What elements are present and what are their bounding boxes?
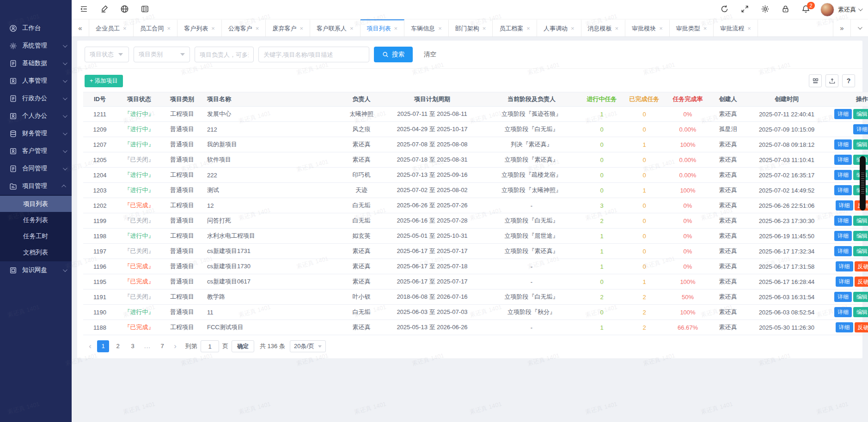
page-button-1[interactable]: 1 — [97, 340, 109, 352]
close-icon[interactable]: × — [350, 25, 354, 31]
close-icon[interactable]: × — [526, 25, 530, 31]
tabs-scroll-left-button[interactable]: « — [72, 19, 89, 36]
close-icon[interactable]: × — [703, 25, 707, 31]
close-icon[interactable]: × — [615, 25, 619, 31]
tab-enterprise-staff[interactable]: 企业员工× — [89, 19, 134, 36]
sidebar-item-basic-data[interactable]: 基础数据 — [0, 54, 72, 72]
project-status-select[interactable]: 项目状态 — [85, 47, 129, 62]
sidebar-item-customer-management[interactable]: 客户管理 — [0, 142, 72, 160]
tab-staff-archive[interactable]: 员工档案× — [493, 19, 537, 36]
edit-button[interactable]: 编辑 — [853, 139, 868, 150]
page-size-select[interactable]: 20条/页 — [290, 340, 326, 352]
tab-approval-type[interactable]: 审批类型× — [670, 19, 714, 36]
user-menu[interactable]: 素还真 — [838, 6, 862, 14]
edit-button[interactable]: 编辑 — [853, 216, 868, 226]
project-owner-input[interactable] — [195, 47, 254, 62]
format-brush-button[interactable] — [94, 0, 114, 19]
sidebar-item-hr-management[interactable]: 人事管理 — [0, 72, 72, 90]
tab-customer-list[interactable]: 客户列表× — [177, 19, 222, 36]
close-icon[interactable]: × — [394, 25, 398, 31]
page-jump-input[interactable] — [201, 340, 219, 352]
tab-message-template[interactable]: 消息模板× — [581, 19, 626, 36]
tab-discard-customer[interactable]: 废弃客户× — [266, 19, 310, 36]
sidebar-item-project-management[interactable]: 项目管理 — [0, 177, 72, 195]
search-button[interactable]: 搜索 — [374, 47, 413, 62]
refresh-button[interactable] — [714, 0, 734, 19]
edit-button[interactable]: 编辑 — [853, 246, 868, 256]
tabs-menu-button[interactable] — [850, 19, 868, 36]
sidebar-item-admin-office[interactable]: 行政办公 — [0, 90, 72, 107]
next-page-button[interactable]: › — [170, 340, 181, 352]
sidebar-subitem-project-list[interactable]: 项目列表 — [0, 196, 72, 212]
tab-public-sea-customer[interactable]: 公海客户× — [222, 19, 266, 36]
detail-button[interactable]: 详细 — [834, 307, 852, 317]
globe-button[interactable] — [114, 0, 134, 19]
unconfirm-button[interactable]: 反确认完成 — [855, 277, 868, 287]
keyword-input[interactable] — [258, 47, 369, 62]
layout-card-button[interactable] — [134, 0, 155, 19]
add-project-button[interactable]: + 添加项目 — [85, 75, 123, 87]
column-settings-button[interactable] — [809, 74, 822, 87]
page-button-2[interactable]: 2 — [112, 340, 124, 352]
close-icon[interactable]: × — [123, 25, 127, 31]
clear-button[interactable]: 清空 — [424, 50, 436, 59]
bell-button[interactable]: 2 — [795, 0, 816, 19]
detail-button[interactable]: 详细 — [853, 124, 868, 134]
export-button[interactable] — [825, 74, 838, 87]
project-category-select[interactable]: 项目类别 — [134, 47, 190, 62]
close-icon[interactable]: × — [211, 25, 215, 31]
page-scrollbar-thumb[interactable] — [860, 156, 866, 211]
close-icon[interactable]: × — [483, 25, 486, 31]
detail-button[interactable]: 详细 — [836, 322, 853, 332]
sidebar-subitem-document-list[interactable]: 文档列表 — [0, 244, 72, 260]
edit-button[interactable]: 编辑 — [853, 231, 868, 241]
detail-button[interactable]: 详细 — [834, 246, 852, 256]
page-button-3[interactable]: 3 — [127, 340, 139, 352]
close-icon[interactable]: × — [167, 25, 171, 31]
avatar[interactable] — [820, 3, 834, 17]
menu-fold-button[interactable] — [73, 0, 94, 19]
close-icon[interactable]: × — [659, 25, 663, 31]
tabs-scroll-right-button[interactable]: » — [833, 19, 850, 36]
detail-button[interactable]: 详细 — [834, 216, 852, 226]
detail-button[interactable]: 详细 — [836, 261, 853, 271]
detail-button[interactable]: 详细 — [834, 292, 852, 302]
unconfirm-button[interactable]: 反确认完成 — [855, 322, 868, 332]
tab-approval-module[interactable]: 审批模块× — [625, 19, 670, 36]
sidebar-item-workbench[interactable]: 工作台 — [0, 19, 72, 37]
sidebar-item-knowledge-disk[interactable]: 知识网盘 — [0, 261, 72, 279]
sidebar-subitem-task-list[interactable]: 任务列表 — [0, 212, 72, 228]
close-icon[interactable]: × — [747, 25, 751, 31]
tab-staff-contract[interactable]: 员工合同× — [134, 19, 178, 36]
tab-vehicle-info[interactable]: 车辆信息× — [404, 19, 449, 36]
tab-project-list[interactable]: 项目列表× — [361, 19, 405, 36]
edit-button[interactable]: 编辑 — [853, 109, 868, 119]
tab-approval-flow[interactable]: 审批流程× — [714, 19, 758, 36]
page-button-7[interactable]: 7 — [156, 340, 168, 352]
close-icon[interactable]: × — [256, 25, 259, 31]
help-button[interactable]: ? — [842, 74, 855, 87]
tab-hr-transfer[interactable]: 人事调动× — [537, 19, 581, 36]
lock-button[interactable] — [775, 0, 795, 19]
page-ellipsis[interactable]: ... — [141, 340, 153, 352]
close-icon[interactable]: × — [438, 25, 442, 31]
sidebar-item-system-management[interactable]: 系统管理 — [0, 37, 72, 54]
tab-department-structure[interactable]: 部门架构× — [449, 19, 493, 36]
gear-button[interactable] — [755, 0, 775, 19]
detail-button[interactable]: 详细 — [834, 139, 852, 150]
close-icon[interactable]: × — [300, 25, 303, 31]
tab-customer-contacts[interactable]: 客户联系人× — [310, 19, 361, 36]
detail-button[interactable]: 详细 — [836, 200, 853, 211]
detail-button[interactable]: 详细 — [834, 170, 852, 180]
fullscreen-button[interactable] — [734, 0, 755, 19]
close-icon[interactable]: × — [571, 25, 575, 31]
detail-button[interactable]: 详细 — [834, 185, 852, 195]
edit-button[interactable]: 编辑 — [853, 292, 868, 302]
sidebar-subitem-task-hours[interactable]: 任务工时 — [0, 228, 72, 244]
edit-button[interactable]: 编辑 — [853, 307, 868, 317]
confirm-page-button[interactable]: 确定 — [232, 340, 254, 352]
sidebar-item-contract-management[interactable]: 合同管理 — [0, 160, 72, 177]
detail-button[interactable]: 详细 — [834, 231, 852, 241]
unconfirm-button[interactable]: 反确认完成 — [855, 261, 868, 271]
sidebar-item-personal-office[interactable]: 个人办公 — [0, 107, 72, 125]
